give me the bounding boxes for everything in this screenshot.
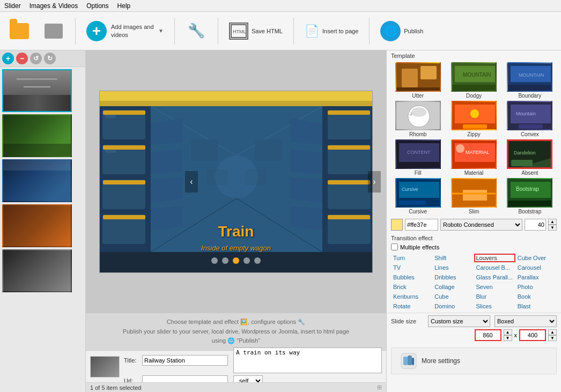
multiple-effects-checkbox[interactable]: [391, 243, 398, 250]
effect-cube[interactable]: Cube: [432, 292, 474, 301]
dot-3[interactable]: [233, 257, 239, 264]
description-input[interactable]: A train on its way: [233, 347, 382, 373]
template-thumb-rhomb: JOHN: [395, 101, 441, 130]
effect-grid: Turn Shift Louvers Cube Over TV Lines Ca…: [391, 254, 557, 310]
effect-photo[interactable]: Photo: [515, 283, 557, 291]
effect-louvers[interactable]: Louvers: [474, 254, 515, 262]
template-cursive[interactable]: Cursive Cursive: [391, 178, 445, 215]
effect-bubbles[interactable]: Bubbles: [391, 273, 432, 282]
thumbnail-item[interactable]: [2, 249, 72, 292]
effect-shift[interactable]: Shift: [432, 254, 474, 262]
left-controls: + − ↺ ↻: [0, 50, 85, 67]
open-button[interactable]: [4, 18, 34, 44]
menu-images-videos[interactable]: Images & Videos: [29, 2, 78, 10]
menu-options[interactable]: Options: [86, 2, 108, 10]
effect-slices[interactable]: Slices: [474, 302, 515, 310]
main-content: + − ↺ ↻: [0, 50, 561, 392]
effect-parallax[interactable]: Parallax: [515, 273, 557, 282]
slide-nav-left[interactable]: ‹: [185, 171, 198, 193]
effect-brick[interactable]: Brick: [391, 283, 432, 291]
font-family-select[interactable]: Roboto Condensed Arial Times New Roman: [440, 219, 522, 231]
height-down[interactable]: ▼: [548, 335, 557, 341]
template-bootstrap[interactable]: Bootstrap Bootstrap: [503, 178, 557, 215]
width-up[interactable]: ▲: [504, 329, 512, 335]
template-thumb-material: MATERIAL: [451, 139, 497, 169]
add-images-button[interactable]: + Add images and videos ▼: [82, 19, 168, 43]
slide-title: Train: [218, 223, 254, 240]
thumbnail-item[interactable]: [2, 114, 72, 157]
effect-carousel-b[interactable]: Carousel B...: [474, 263, 515, 272]
effect-lines[interactable]: Lines: [432, 263, 474, 272]
effect-blast[interactable]: Blast: [515, 302, 557, 310]
dot-1[interactable]: [211, 257, 218, 264]
dot-2[interactable]: [222, 257, 228, 264]
template-fill[interactable]: CONTENT Fill: [391, 139, 445, 176]
effect-dribbles[interactable]: Dribbles: [432, 273, 474, 282]
template-rhomb[interactable]: JOHN Rhomb: [391, 101, 445, 137]
color-hex-input[interactable]: [405, 219, 438, 231]
effect-turn[interactable]: Turn: [391, 254, 432, 262]
slide-nav-right[interactable]: ›: [368, 171, 381, 193]
template-utter[interactable]: Utter: [391, 62, 445, 99]
save-html-button[interactable]: HTML Save HTML: [225, 20, 287, 42]
svg-rect-53: [452, 85, 497, 92]
save-html-icon: HTML: [229, 23, 248, 40]
effect-tv[interactable]: TV: [391, 263, 432, 272]
height-up[interactable]: ▲: [548, 329, 557, 335]
svg-rect-36: [328, 145, 370, 150]
font-size-spinner: ▲ ▼: [548, 219, 557, 231]
dot-5[interactable]: [254, 257, 261, 264]
svg-point-64: [470, 109, 479, 118]
svg-rect-94: [408, 356, 412, 365]
print-button[interactable]: [39, 18, 69, 44]
menu-slider[interactable]: Slider: [4, 2, 21, 10]
template-convex[interactable]: Mountain Convex: [503, 101, 557, 137]
height-input[interactable]: [519, 329, 546, 341]
effect-collage[interactable]: Collage: [432, 283, 474, 291]
bottom-bar: Title: A train on its way Url: _self _bl…: [86, 350, 386, 382]
insert-button[interactable]: 📄 Insert to page: [300, 22, 363, 40]
effect-domino[interactable]: Domino: [432, 302, 474, 310]
multiple-effects-row: Multiple effects: [391, 243, 557, 250]
template-slim[interactable]: Slim: [447, 178, 500, 215]
color-swatch[interactable]: [391, 219, 403, 231]
width-input[interactable]: [475, 329, 501, 341]
effect-glass-parall[interactable]: Glass Parall...: [474, 273, 515, 282]
font-size-input[interactable]: [525, 219, 546, 231]
thumbnail-item[interactable]: [2, 204, 72, 247]
size-type-select[interactable]: Custom size Full width Full screen: [428, 315, 490, 327]
template-absent[interactable]: Dandelion Absent: [503, 139, 557, 176]
font-size-up[interactable]: ▲: [548, 219, 557, 225]
publish-button[interactable]: 🌐 Publish: [376, 19, 427, 43]
template-zippy[interactable]: Zippy: [447, 101, 500, 137]
thumbnail-item[interactable]: [2, 69, 72, 112]
dot-4[interactable]: [243, 257, 250, 264]
undo-button[interactable]: ↺: [30, 53, 42, 64]
width-down[interactable]: ▼: [504, 335, 512, 341]
effect-carousel[interactable]: Carousel: [515, 263, 557, 272]
effect-blur[interactable]: Blur: [474, 292, 515, 301]
effect-seven[interactable]: Seven: [474, 283, 515, 291]
effect-book[interactable]: Book: [515, 292, 557, 301]
effect-cube-over[interactable]: Cube Over: [515, 254, 557, 262]
effect-kenburns[interactable]: Kenburns: [391, 292, 432, 301]
template-boundary[interactable]: MOUNTAIN Boundary: [503, 62, 557, 99]
thumbnail-item[interactable]: [2, 159, 72, 202]
title-input[interactable]: [142, 355, 228, 366]
template-dodgy[interactable]: MOUNTAIN Dodgy: [447, 62, 500, 99]
bottom-thumbnail: [90, 356, 120, 378]
template-material[interactable]: MATERIAL Material: [447, 139, 500, 176]
publish-label: Publish: [404, 28, 423, 34]
redo-button[interactable]: ↻: [44, 53, 56, 64]
effect-rotate[interactable]: Rotate: [391, 302, 432, 310]
size-fit-select[interactable]: Boxed Stretched: [494, 315, 557, 327]
options-button[interactable]: 🔧: [181, 18, 211, 44]
template-name-material: Material: [464, 170, 484, 176]
svg-rect-48: [420, 66, 437, 79]
font-size-down[interactable]: ▼: [548, 225, 557, 231]
more-settings-button[interactable]: More settings: [391, 347, 557, 374]
toolbar: + Add images and videos ▼ 🔧 HTML Save HT…: [0, 12, 561, 50]
remove-slide-button[interactable]: −: [16, 53, 28, 64]
add-slide-button[interactable]: +: [2, 53, 14, 64]
menu-help[interactable]: Help: [117, 2, 131, 10]
